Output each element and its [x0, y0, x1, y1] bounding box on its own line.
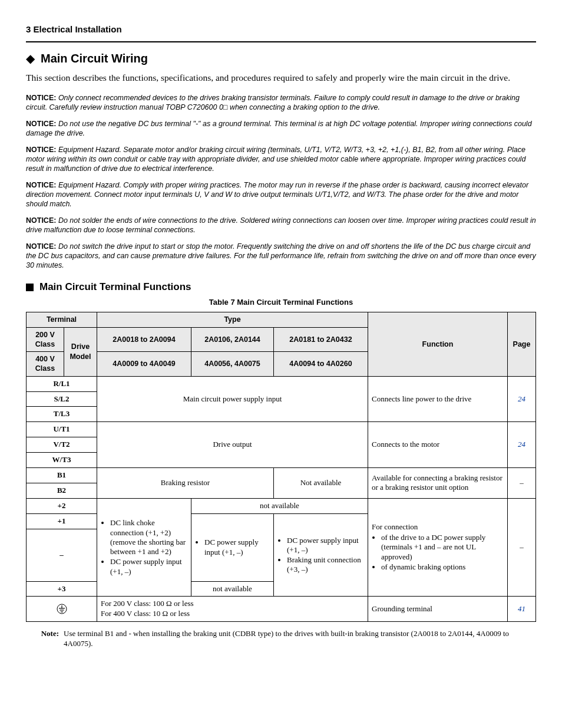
cell-function: Connects line power to the drive — [368, 376, 508, 422]
table-row: B1 Braking resistor Not available Availa… — [27, 468, 536, 483]
note-label: Note: — [26, 629, 64, 649]
ground-icon — [27, 597, 97, 622]
notice-body: Do not switch the drive input to start o… — [26, 242, 536, 269]
cell-function: Grounding terminal — [368, 597, 508, 622]
th-drive-model: Drive Model — [64, 327, 97, 376]
list-item: DC power supply input (+1, –) — [287, 536, 364, 555]
table-row: For 200 V class: 100 Ω or less For 400 V… — [27, 597, 536, 622]
th-200v: 200 V Class — [27, 327, 64, 352]
notice-label: NOTICE: — [26, 94, 56, 102]
th-r1c2: 2A0106, 2A0144 — [191, 327, 274, 352]
notice-2: NOTICE: Do not use the negative DC bus t… — [26, 119, 536, 138]
th-terminal: Terminal — [27, 312, 97, 327]
cell-page-link[interactable]: 24 — [508, 376, 536, 422]
notice-label: NOTICE: — [26, 242, 56, 251]
cell-type: Main circuit power supply input — [97, 376, 368, 422]
notice-label: NOTICE: — [26, 181, 56, 189]
notice-label: NOTICE: — [26, 120, 56, 128]
cell-terminal: +3 — [27, 581, 97, 597]
note: Note: Use terminal B1 and - when install… — [26, 629, 536, 649]
intro-paragraph: This section describes the functions, sp… — [26, 72, 536, 84]
chapter-header: 3 Electrical Installation — [26, 24, 536, 39]
cell-terminal: +2 — [27, 498, 97, 513]
cell-terminal: – — [27, 529, 97, 581]
cell-page: – — [508, 468, 536, 499]
table-row: U/T1 Drive output Connects to the motor … — [27, 422, 536, 437]
cell-type: Drive output — [97, 422, 368, 468]
ground-type-l1: For 200 V class: 100 Ω or less — [101, 599, 364, 609]
notice-label: NOTICE: — [26, 216, 56, 225]
func-intro: For connection — [372, 522, 418, 531]
table-row: Terminal Type Function Page — [27, 312, 536, 327]
cell-page-link[interactable]: 41 — [508, 597, 536, 622]
cell-terminal: R/L1 — [27, 376, 97, 391]
notice-body: Do not solder the ends of wire connectio… — [26, 216, 536, 234]
table-caption: Table 7 Main Circuit Terminal Functions — [26, 298, 536, 308]
cell-type-col1: DC link choke connection (+1, +2) (remov… — [97, 498, 191, 597]
th-400v: 400 V Class — [27, 352, 64, 377]
cell-function: For connection of the drive to a DC powe… — [368, 498, 508, 597]
notice-1: NOTICE: Only connect recommended devices… — [26, 93, 536, 112]
notice-body: Equipment Hazard. Comply with proper wir… — [26, 181, 528, 208]
notice-3: NOTICE: Equipment Hazard. Separate motor… — [26, 145, 536, 173]
cell-na: Not available — [274, 468, 368, 499]
notice-5: NOTICE: Do not solder the ends of wire c… — [26, 216, 536, 235]
th-r1c3: 2A0181 to 2A0432 — [274, 327, 368, 352]
list-item: of dynamic braking options — [381, 562, 504, 572]
th-r1c1: 2A0018 to 2A0094 — [97, 327, 191, 352]
notice-4: NOTICE: Equipment Hazard. Comply with pr… — [26, 180, 536, 209]
cell-terminal: +1 — [27, 513, 97, 529]
diamond-icon: ◆ — [26, 51, 35, 66]
header-rule — [26, 41, 536, 42]
heading-2-title: Main Circuit Terminal Functions — [39, 281, 191, 294]
cell-terminal: V/T2 — [27, 437, 97, 453]
cell-terminal: S/L2 — [27, 391, 97, 407]
cell-function: Connects to the motor — [368, 422, 508, 468]
list-item: DC link choke connection (+1, +2) (remov… — [110, 518, 187, 556]
cell-na: not available — [191, 498, 368, 513]
table-row: R/L1 Main circuit power supply input Con… — [27, 376, 536, 391]
terminal-functions-table: Terminal Type Function Page 200 V Class … — [26, 312, 536, 622]
notice-label: NOTICE: — [26, 146, 56, 154]
list-item: DC power supply input (+1, –) — [204, 538, 270, 557]
th-r2c3: 4A0094 to 4A0260 — [274, 352, 368, 377]
table-row: +2 DC link choke connection (+1, +2) (re… — [27, 498, 536, 513]
cell-na: not available — [191, 581, 274, 597]
th-r2c1: 4A0009 to 4A0049 — [97, 352, 191, 377]
cell-terminal: W/T3 — [27, 453, 97, 468]
cell-terminal: T/L3 — [27, 407, 97, 422]
notice-body: Only connect recommended devices to the … — [26, 94, 520, 111]
cell-type: For 200 V class: 100 Ω or less For 400 V… — [97, 597, 368, 622]
cell-terminal: U/T1 — [27, 422, 97, 437]
heading-2: Main Circuit Terminal Functions — [26, 281, 536, 294]
ground-type-l2: For 400 V class: 10 Ω or less — [101, 609, 364, 619]
note-body: Use terminal B1 and - when installing th… — [64, 629, 536, 649]
th-page: Page — [508, 312, 536, 376]
heading-1: ◆ Main Circuit Wiring — [26, 51, 536, 66]
cell-terminal: B2 — [27, 483, 97, 498]
cell-type-col2: DC power supply input (+1, –) — [191, 513, 274, 581]
heading-1-title: Main Circuit Wiring — [41, 51, 148, 66]
cell-page: – — [508, 498, 536, 597]
list-item: Braking unit connection (+3, –) — [287, 555, 364, 575]
list-item: DC power supply input (+1, –) — [110, 557, 187, 577]
th-function: Function — [368, 312, 508, 376]
square-icon — [26, 284, 34, 291]
th-r2c2: 4A0056, 4A0075 — [191, 352, 274, 377]
cell-page-link[interactable]: 24 — [508, 422, 536, 468]
list-item: of the drive to a DC power supply (termi… — [381, 533, 504, 562]
notice-6: NOTICE: Do not switch the drive input to… — [26, 242, 536, 270]
th-type: Type — [97, 312, 368, 327]
cell-type: Braking resistor — [97, 468, 274, 499]
notice-body: Equipment Hazard. Separate motor and/or … — [26, 146, 525, 173]
notice-body: Do not use the negative DC bus terminal … — [26, 120, 532, 137]
cell-terminal: B1 — [27, 468, 97, 483]
cell-type-col3: DC power supply input (+1, –) Braking un… — [274, 513, 368, 597]
cell-function: Available for connecting a braking resis… — [368, 468, 508, 499]
